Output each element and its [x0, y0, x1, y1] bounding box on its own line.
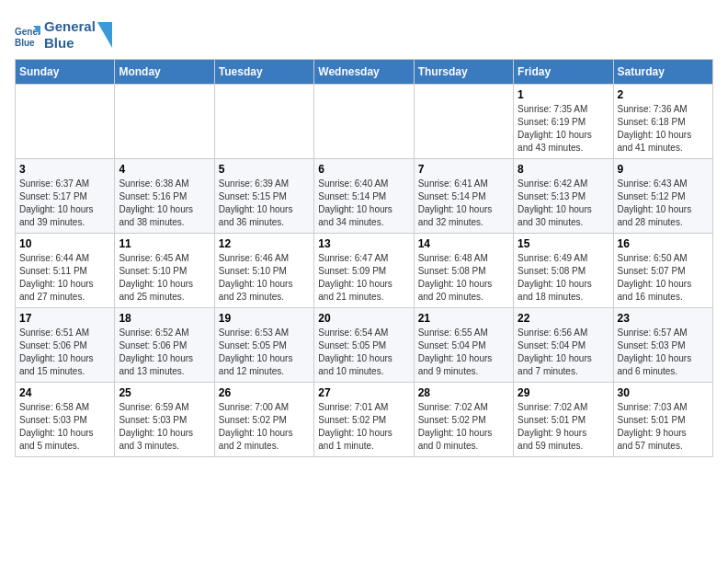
calendar-cell: 28Sunrise: 7:02 AM Sunset: 5:02 PM Dayli… — [414, 383, 513, 457]
calendar-table: SundayMondayTuesdayWednesdayThursdayFrid… — [15, 59, 713, 457]
day-number: 9 — [618, 163, 709, 176]
day-number: 13 — [318, 237, 409, 250]
day-info: Sunrise: 7:35 AM Sunset: 6:19 PM Dayligh… — [518, 103, 609, 155]
day-number: 19 — [219, 312, 310, 325]
day-header-thursday: Thursday — [414, 60, 513, 85]
day-info: Sunrise: 6:57 AM Sunset: 5:03 PM Dayligh… — [618, 327, 709, 378]
day-number: 11 — [119, 237, 210, 250]
day-header-friday: Friday — [514, 60, 613, 85]
calendar-cell: 20Sunrise: 6:54 AM Sunset: 5:05 PM Dayli… — [314, 308, 414, 383]
day-number: 14 — [418, 237, 509, 250]
calendar-cell: 23Sunrise: 6:57 AM Sunset: 5:03 PM Dayli… — [613, 308, 712, 383]
calendar-cell: 13Sunrise: 6:47 AM Sunset: 5:09 PM Dayli… — [314, 234, 414, 308]
calendar-cell: 12Sunrise: 6:46 AM Sunset: 5:10 PM Dayli… — [214, 234, 313, 308]
calendar-header-row: SundayMondayTuesdayWednesdayThursdayFrid… — [16, 60, 713, 85]
day-header-tuesday: Tuesday — [214, 60, 313, 85]
day-info: Sunrise: 6:49 AM Sunset: 5:08 PM Dayligh… — [518, 252, 609, 304]
calendar-cell — [214, 85, 313, 159]
day-header-sunday: Sunday — [16, 60, 115, 85]
calendar-cell: 19Sunrise: 6:53 AM Sunset: 5:05 PM Dayli… — [214, 308, 313, 383]
day-info: Sunrise: 6:51 AM Sunset: 5:06 PM Dayligh… — [19, 327, 110, 378]
day-info: Sunrise: 7:02 AM Sunset: 5:02 PM Dayligh… — [418, 401, 509, 453]
day-number: 22 — [518, 312, 609, 325]
calendar-cell: 3Sunrise: 6:37 AM Sunset: 5:17 PM Daylig… — [16, 159, 115, 234]
calendar-cell — [314, 85, 414, 159]
day-number: 5 — [219, 163, 310, 176]
day-info: Sunrise: 6:53 AM Sunset: 5:05 PM Dayligh… — [219, 327, 310, 378]
day-number: 24 — [19, 386, 110, 399]
day-number: 18 — [119, 312, 210, 325]
header: General Blue General Blue — [15, 15, 713, 52]
day-number: 16 — [618, 237, 709, 250]
day-info: Sunrise: 6:46 AM Sunset: 5:10 PM Dayligh… — [219, 252, 310, 304]
calendar-cell — [16, 85, 115, 159]
day-info: Sunrise: 6:54 AM Sunset: 5:05 PM Dayligh… — [318, 327, 409, 378]
calendar-cell: 1Sunrise: 7:35 AM Sunset: 6:19 PM Daylig… — [514, 85, 613, 159]
svg-marker-3 — [97, 22, 112, 48]
calendar-week-row: 24Sunrise: 6:58 AM Sunset: 5:03 PM Dayli… — [16, 383, 713, 457]
day-number: 17 — [19, 312, 110, 325]
day-number: 30 — [618, 386, 709, 399]
calendar-cell: 10Sunrise: 6:44 AM Sunset: 5:11 PM Dayli… — [16, 234, 115, 308]
day-info: Sunrise: 6:50 AM Sunset: 5:07 PM Dayligh… — [618, 252, 709, 304]
day-header-saturday: Saturday — [613, 60, 712, 85]
calendar-cell — [115, 85, 214, 159]
day-info: Sunrise: 7:36 AM Sunset: 6:18 PM Dayligh… — [618, 103, 709, 155]
day-info: Sunrise: 6:59 AM Sunset: 5:03 PM Dayligh… — [119, 401, 210, 453]
calendar-cell: 9Sunrise: 6:43 AM Sunset: 5:12 PM Daylig… — [613, 159, 712, 234]
calendar-week-row: 3Sunrise: 6:37 AM Sunset: 5:17 PM Daylig… — [16, 159, 713, 234]
day-number: 1 — [518, 88, 609, 101]
day-number: 27 — [318, 386, 409, 399]
day-number: 26 — [219, 386, 310, 399]
day-info: Sunrise: 7:00 AM Sunset: 5:02 PM Dayligh… — [219, 401, 310, 453]
calendar-week-row: 17Sunrise: 6:51 AM Sunset: 5:06 PM Dayli… — [16, 308, 713, 383]
day-info: Sunrise: 6:43 AM Sunset: 5:12 PM Dayligh… — [618, 178, 709, 229]
day-number: 6 — [318, 163, 409, 176]
day-info: Sunrise: 6:44 AM Sunset: 5:11 PM Dayligh… — [19, 252, 110, 304]
day-number: 21 — [418, 312, 509, 325]
day-info: Sunrise: 6:56 AM Sunset: 5:04 PM Dayligh… — [518, 327, 609, 378]
calendar-cell: 7Sunrise: 6:41 AM Sunset: 5:14 PM Daylig… — [414, 159, 513, 234]
day-info: Sunrise: 6:58 AM Sunset: 5:03 PM Dayligh… — [19, 401, 110, 453]
day-info: Sunrise: 6:45 AM Sunset: 5:10 PM Dayligh… — [119, 252, 210, 304]
day-info: Sunrise: 7:03 AM Sunset: 5:01 PM Dayligh… — [618, 401, 709, 453]
calendar-cell: 8Sunrise: 6:42 AM Sunset: 5:13 PM Daylig… — [514, 159, 613, 234]
day-number: 28 — [418, 386, 509, 399]
day-number: 3 — [19, 163, 110, 176]
day-number: 20 — [318, 312, 409, 325]
calendar-cell: 27Sunrise: 7:01 AM Sunset: 5:02 PM Dayli… — [314, 383, 414, 457]
day-number: 10 — [19, 237, 110, 250]
calendar-cell: 22Sunrise: 6:56 AM Sunset: 5:04 PM Dayli… — [514, 308, 613, 383]
calendar-cell: 15Sunrise: 6:49 AM Sunset: 5:08 PM Dayli… — [514, 234, 613, 308]
logo-text-general: General — [44, 18, 96, 35]
day-number: 4 — [119, 163, 210, 176]
day-info: Sunrise: 7:01 AM Sunset: 5:02 PM Dayligh… — [318, 401, 409, 453]
calendar-cell — [414, 85, 513, 159]
svg-text:Blue: Blue — [15, 38, 35, 48]
day-info: Sunrise: 7:02 AM Sunset: 5:01 PM Dayligh… — [518, 401, 609, 453]
calendar-cell: 11Sunrise: 6:45 AM Sunset: 5:10 PM Dayli… — [115, 234, 214, 308]
day-info: Sunrise: 6:40 AM Sunset: 5:14 PM Dayligh… — [318, 178, 409, 229]
calendar-cell: 17Sunrise: 6:51 AM Sunset: 5:06 PM Dayli… — [16, 308, 115, 383]
calendar-cell: 24Sunrise: 6:58 AM Sunset: 5:03 PM Dayli… — [16, 383, 115, 457]
day-number: 7 — [418, 163, 509, 176]
day-number: 8 — [518, 163, 609, 176]
day-number: 12 — [219, 237, 310, 250]
day-info: Sunrise: 6:39 AM Sunset: 5:15 PM Dayligh… — [219, 178, 310, 229]
day-header-wednesday: Wednesday — [314, 60, 414, 85]
calendar-cell: 29Sunrise: 7:02 AM Sunset: 5:01 PM Dayli… — [514, 383, 613, 457]
calendar-week-row: 1Sunrise: 7:35 AM Sunset: 6:19 PM Daylig… — [16, 85, 713, 159]
calendar-cell: 14Sunrise: 6:48 AM Sunset: 5:08 PM Dayli… — [414, 234, 513, 308]
calendar-week-row: 10Sunrise: 6:44 AM Sunset: 5:11 PM Dayli… — [16, 234, 713, 308]
day-info: Sunrise: 6:38 AM Sunset: 5:16 PM Dayligh… — [119, 178, 210, 229]
calendar-cell: 21Sunrise: 6:55 AM Sunset: 5:04 PM Dayli… — [414, 308, 513, 383]
calendar-cell: 26Sunrise: 7:00 AM Sunset: 5:02 PM Dayli… — [214, 383, 313, 457]
day-info: Sunrise: 6:48 AM Sunset: 5:08 PM Dayligh… — [418, 252, 509, 304]
logo: General Blue General Blue — [15, 18, 112, 52]
calendar-cell: 25Sunrise: 6:59 AM Sunset: 5:03 PM Dayli… — [115, 383, 214, 457]
day-header-monday: Monday — [115, 60, 214, 85]
calendar-cell: 4Sunrise: 6:38 AM Sunset: 5:16 PM Daylig… — [115, 159, 214, 234]
day-info: Sunrise: 6:47 AM Sunset: 5:09 PM Dayligh… — [318, 252, 409, 304]
calendar-cell: 2Sunrise: 7:36 AM Sunset: 6:18 PM Daylig… — [613, 85, 712, 159]
day-info: Sunrise: 6:41 AM Sunset: 5:14 PM Dayligh… — [418, 178, 509, 229]
